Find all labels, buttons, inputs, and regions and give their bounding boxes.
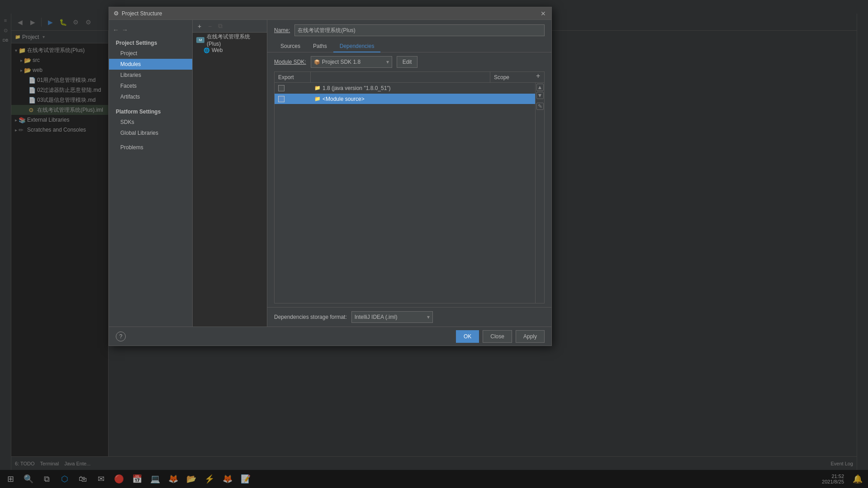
- dialog-content: Name: Sources Paths Dependencies Module …: [267, 20, 551, 327]
- dep-row-jdk[interactable]: 📁 1.8 (java version "1.8.0_51"): [275, 83, 535, 94]
- sdk-select[interactable]: 📦 Project SDK 1.8 ▾: [311, 56, 392, 68]
- nav-sdks-label: SDKs: [120, 119, 134, 125]
- dep-table-header: Export Scope +: [275, 72, 544, 83]
- sdk-dropdown-arrow: ▾: [386, 59, 389, 65]
- export-col-label: Export: [278, 74, 294, 81]
- tab-paths[interactable]: Paths: [307, 41, 333, 52]
- edit-sdk-button[interactable]: Edit: [397, 56, 418, 68]
- tab-paths-label: Paths: [313, 43, 327, 49]
- add-dep-btn[interactable]: +: [535, 72, 541, 80]
- col-name-header: [311, 72, 490, 82]
- close-button[interactable]: Close: [483, 330, 512, 343]
- dialog-footer-left: ?: [116, 332, 126, 341]
- platform-settings-header: Platform Settings: [109, 106, 192, 117]
- tab-sources[interactable]: Sources: [274, 41, 307, 52]
- module-add-btn[interactable]: +: [195, 22, 204, 31]
- dep-side-buttons: ▲ ▼ ✎: [535, 83, 544, 303]
- dialog-nav: ← → Project Settings Project Modules Lib…: [109, 20, 193, 327]
- scope-col-label: Scope: [494, 74, 509, 81]
- module-item-main[interactable]: M 在线考试管理系统(Plus): [193, 34, 267, 45]
- nav-artifacts-label: Artifacts: [120, 94, 140, 100]
- dep-checkbox-1[interactable]: [278, 85, 285, 91]
- edit-btn-label: Edit: [403, 59, 412, 65]
- tab-dependencies[interactable]: Dependencies: [333, 41, 381, 52]
- module-copy-btn[interactable]: ⧉: [216, 22, 225, 31]
- nav-sep: [109, 102, 192, 106]
- nav-back-arrow[interactable]: ←: [113, 26, 119, 33]
- dep-row-module-source[interactable]: 📁 <Module source>: [275, 94, 535, 104]
- module-name-label: 在线考试管理系统(Plus): [207, 33, 263, 47]
- dialog-icon: ⚙: [114, 10, 119, 17]
- nav-item-sdks[interactable]: SDKs: [109, 117, 192, 128]
- dep-table-body: 📁 1.8 (java version "1.8.0_51") 📁: [275, 83, 535, 303]
- ok-button[interactable]: OK: [456, 330, 479, 343]
- name-input[interactable]: [294, 24, 545, 36]
- footer-format-select[interactable]: IntelliJ IDEA (.iml) ▾: [351, 311, 433, 323]
- nav-facets-label: Facets: [120, 83, 137, 89]
- dep-checkbox-2[interactable]: [278, 96, 285, 102]
- tab-dependencies-label: Dependencies: [340, 43, 375, 49]
- dep-scroll-down[interactable]: ▼: [536, 92, 544, 99]
- web-sub-icon: 🌐: [204, 47, 210, 53]
- nav-item-project[interactable]: Project: [109, 48, 192, 59]
- dialog-body: ← → Project Settings Project Modules Lib…: [109, 20, 551, 327]
- nav-sep2: [109, 138, 192, 142]
- help-icon: ?: [119, 333, 123, 340]
- name-label: Name:: [274, 27, 290, 33]
- tab-sources-label: Sources: [280, 43, 300, 49]
- dep-export-2: [275, 96, 311, 102]
- module-list-items: M 在线考试管理系统(Plus) 🌐 Web: [193, 33, 267, 327]
- col-export: Export: [275, 72, 311, 82]
- nav-global-lib-label: Global Libraries: [120, 130, 158, 136]
- footer-select-value: IntelliJ IDEA (.iml): [355, 314, 398, 320]
- module-mod-icon: M: [196, 37, 204, 43]
- sdk-select-value: Project SDK 1.8: [322, 59, 360, 65]
- apply-label: Apply: [523, 333, 537, 340]
- nav-item-facets[interactable]: Facets: [109, 81, 192, 91]
- apply-button[interactable]: Apply: [516, 330, 545, 343]
- dep-name-label-1: 1.8 (java version "1.8.0_51"): [323, 85, 391, 91]
- nav-item-libraries[interactable]: Libraries: [109, 70, 192, 81]
- dep-name-label-2: <Module source>: [323, 96, 365, 102]
- module-remove-btn[interactable]: −: [205, 22, 214, 31]
- content-tabs: Sources Paths Dependencies: [267, 41, 551, 52]
- close-label: Close: [490, 333, 504, 340]
- nav-item-global-libraries[interactable]: Global Libraries: [109, 128, 192, 138]
- col-scope: Scope: [490, 72, 535, 82]
- nav-forward-arrow[interactable]: →: [122, 26, 128, 33]
- footer-format-label: Dependencies storage format:: [274, 314, 347, 320]
- dep-table-container: Export Scope +: [274, 71, 545, 303]
- nav-modules-label: Modules: [120, 61, 141, 67]
- dep-table-body-container: 📁 1.8 (java version "1.8.0_51") 📁: [275, 83, 544, 303]
- sdk-bar: Module SDK: 📦 Project SDK 1.8 ▾ Edit: [267, 52, 551, 71]
- help-button[interactable]: ?: [116, 332, 126, 341]
- nav-libraries-label: Libraries: [120, 72, 141, 78]
- project-structure-dialog: ⚙ Project Structure ✕ ← → Project Settin…: [109, 7, 552, 346]
- nav-arrows: ← →: [109, 24, 192, 35]
- project-settings-header: Project Settings: [109, 37, 192, 48]
- module-list-toolbar: + − ⧉: [193, 20, 267, 33]
- web-sub-label: Web: [212, 47, 223, 53]
- ok-label: OK: [464, 333, 471, 340]
- dialog-titlebar: ⚙ Project Structure ✕: [109, 7, 551, 20]
- col-add[interactable]: +: [535, 72, 544, 82]
- dep-folder-icon-1: 📁: [314, 85, 321, 91]
- dep-edit-btn[interactable]: ✎: [536, 103, 544, 110]
- dep-name-2: 📁 <Module source>: [311, 96, 490, 102]
- dep-scroll-up[interactable]: ▲: [536, 84, 544, 91]
- nav-item-artifacts[interactable]: Artifacts: [109, 91, 192, 102]
- nav-project-label: Project: [120, 50, 137, 57]
- sdk-select-icon: 📦: [314, 59, 320, 65]
- dialog-close-button[interactable]: ✕: [540, 10, 547, 17]
- dialog-footer: ? OK Close Apply: [109, 327, 551, 346]
- nav-item-problems[interactable]: Problems: [109, 142, 192, 153]
- content-name-row: Name:: [267, 20, 551, 41]
- module-list-panel: + − ⧉ M 在线考试管理系统(Plus) 🌐 Web: [193, 20, 267, 327]
- content-footer: Dependencies storage format: IntelliJ ID…: [267, 307, 551, 327]
- dep-name-1: 📁 1.8 (java version "1.8.0_51"): [311, 85, 490, 91]
- nav-problems-label: Problems: [120, 144, 143, 151]
- nav-item-modules[interactable]: Modules: [109, 59, 192, 70]
- dep-folder-icon-2: 📁: [314, 96, 321, 102]
- dep-export-1: [275, 85, 311, 91]
- footer-select-arrow: ▾: [427, 314, 430, 320]
